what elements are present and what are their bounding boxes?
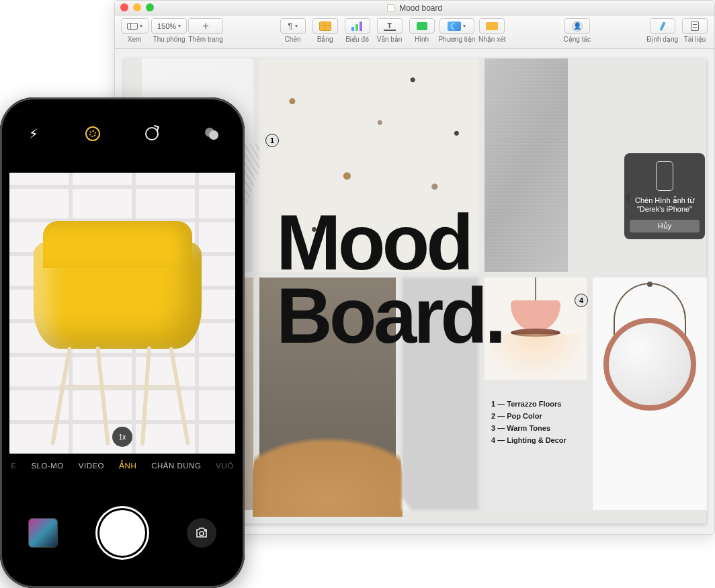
media-button[interactable]: ▾ Phương tiện	[439, 18, 476, 43]
document-label: Tài liệu	[684, 36, 706, 43]
chart-button[interactable]: Biểu đồ	[342, 18, 373, 43]
title-line-2: Board.	[276, 280, 503, 353]
toolbar-group-inspector: Định dạng Tài liệu	[646, 18, 710, 43]
text-icon: T	[384, 22, 396, 31]
table-button[interactable]: Bảng	[310, 18, 341, 43]
collab-icon: 👤	[572, 21, 583, 32]
insert-button[interactable]: ¶▾ Chèn	[278, 18, 308, 43]
comment-button[interactable]: Nhận xét	[476, 18, 507, 43]
toolbar: ▾ Xem 150%▾ Thu phóng + Thêm trang ¶▾ Ch…	[115, 15, 714, 49]
comment-label: Nhận xét	[478, 36, 505, 43]
minimize-window-icon[interactable]	[133, 3, 141, 11]
zoom-value: 150%	[157, 22, 176, 30]
media-label: Phương tiện	[439, 36, 476, 43]
mode-video[interactable]: VIDEO	[79, 462, 104, 470]
timer-toggle[interactable]	[144, 126, 160, 142]
iphone-screen: ⚡︎ 1x E SLO-MO VIDEO ẢNH	[9, 107, 235, 579]
view-icon	[127, 23, 138, 30]
window-title-text: Mood board	[399, 3, 442, 13]
plus-icon: +	[202, 21, 208, 32]
collab-label: Cộng tác	[564, 36, 591, 43]
mode-partial-right: VUÔ	[216, 462, 233, 470]
filters-toggle[interactable]	[203, 126, 219, 142]
add-page-button[interactable]: + Thêm trang	[188, 18, 223, 43]
switch-camera-button[interactable]	[187, 518, 216, 548]
camera-viewfinder[interactable]: 1x	[9, 173, 235, 454]
live-photo-icon	[85, 126, 100, 141]
legend-item: 3 — Warm Tones	[491, 424, 580, 432]
chart-icon	[351, 22, 364, 31]
window-titlebar[interactable]: Mood board	[115, 1, 714, 15]
format-label: Định dạng	[646, 36, 678, 43]
window-controls	[120, 3, 154, 11]
add-page-label: Thêm trang	[189, 36, 223, 43]
legend-item: 1 — Terrazzo Floors	[491, 400, 580, 408]
format-icon	[659, 21, 666, 30]
mode-partial-left: E	[11, 462, 16, 470]
document-icon	[387, 4, 394, 12]
legend-item: 4 — Lighting & Decor	[491, 436, 580, 444]
text-button[interactable]: T Văn bản	[374, 18, 405, 43]
shape-label: Hình	[415, 36, 429, 43]
filters-icon	[205, 128, 217, 140]
view-label: Xem	[128, 36, 142, 43]
annotation-badge-1: 1	[265, 134, 279, 147]
chart-label: Biểu đồ	[345, 36, 369, 43]
collab-button[interactable]: 👤 Cộng tác	[562, 18, 593, 43]
insert-label: Chèn	[285, 36, 301, 43]
maximize-window-icon[interactable]	[146, 3, 154, 11]
popover-line-1: Chèn Hình ảnh từ	[630, 196, 700, 205]
mode-photo[interactable]: ẢNH	[119, 461, 136, 470]
text-label: Văn bản	[377, 36, 403, 43]
shape-icon	[417, 22, 427, 30]
flash-toggle[interactable]: ⚡︎	[26, 126, 42, 142]
zoom-button[interactable]: 150%▾ Thu phóng	[151, 18, 187, 43]
paragraph-icon: ¶	[288, 21, 293, 31]
insert-from-iphone-popover: Chèn Hình ảnh từ "Derek's iPhone" Hủy	[624, 153, 705, 239]
camera-modes[interactable]: E SLO-MO VIDEO ẢNH CHÂN DUNG VUÔ	[9, 457, 235, 474]
toolbar-group-view: ▾ Xem 150%▾ Thu phóng + Thêm trang	[119, 18, 223, 43]
toolbar-group-collab: 👤 Cộng tác	[562, 18, 593, 43]
cancel-button[interactable]: Hủy	[630, 220, 700, 233]
timer-icon	[145, 127, 159, 140]
zoom-label: Thu phóng	[153, 36, 185, 43]
flash-icon: ⚡︎	[29, 126, 38, 142]
window-title: Mood board	[115, 3, 714, 13]
iphone-device: ⚡︎ 1x E SLO-MO VIDEO ẢNH	[0, 97, 245, 588]
switch-camera-icon	[194, 525, 210, 541]
moodboard-image-mirror[interactable]	[593, 278, 707, 510]
zoom-chip[interactable]: 1x	[112, 427, 132, 447]
table-icon	[319, 22, 331, 31]
close-window-icon[interactable]	[120, 3, 128, 11]
viewfinder-subject-chair	[28, 214, 210, 443]
format-button[interactable]: Định dạng	[646, 18, 678, 43]
popover-line-2: "Derek's iPhone"	[630, 205, 700, 213]
title-line-1: Mood	[276, 206, 503, 280]
iphone-outline-icon	[656, 161, 673, 191]
comment-icon	[486, 22, 498, 30]
document-title[interactable]: Mood Board.	[276, 206, 503, 353]
media-icon	[448, 22, 461, 31]
notch	[69, 107, 176, 124]
legend-box[interactable]: 1 — Terrazzo Floors 2 — Pop Color 3 — Wa…	[485, 386, 587, 510]
table-label: Bảng	[317, 36, 333, 43]
mode-slomo[interactable]: SLO-MO	[31, 462, 63, 470]
camera-bottom-controls	[9, 499, 235, 566]
toolbar-group-insert: ¶▾ Chèn Bảng Biểu đồ T Văn bản Hình ▾ P	[278, 18, 508, 43]
shutter-button[interactable]	[99, 510, 145, 556]
annotation-badge-4: 4	[575, 294, 588, 307]
document-button[interactable]: Tài liệu	[679, 18, 710, 43]
mode-portrait[interactable]: CHÂN DUNG	[151, 462, 201, 470]
live-photo-toggle[interactable]	[85, 126, 101, 142]
shape-button[interactable]: Hình	[407, 18, 437, 43]
view-button[interactable]: ▾ Xem	[119, 18, 150, 43]
legend-item: 2 — Pop Color	[491, 412, 580, 420]
last-photo-thumbnail[interactable]	[28, 518, 58, 548]
document-inspector-icon	[691, 22, 699, 31]
